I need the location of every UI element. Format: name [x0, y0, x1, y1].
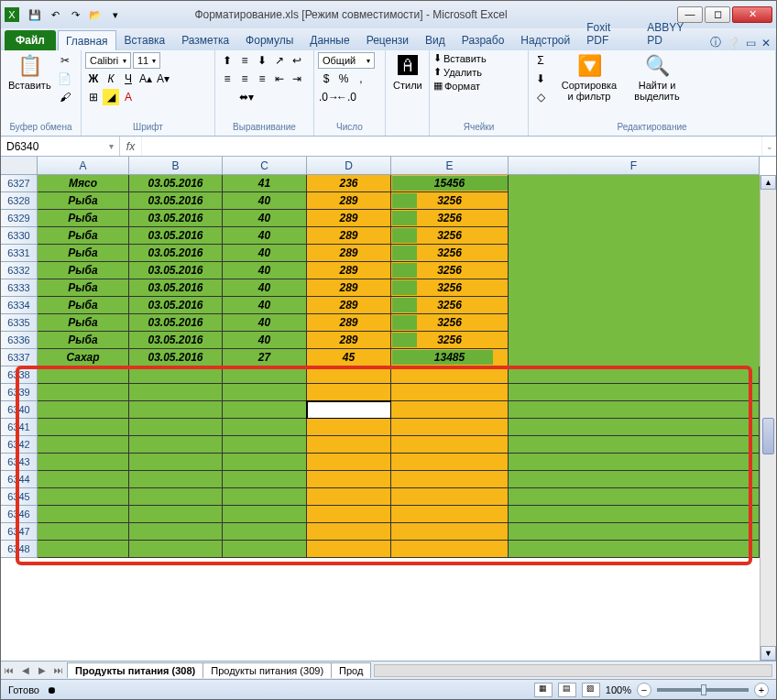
zoom-in-button[interactable]: +: [754, 683, 769, 697]
row-header[interactable]: 6342: [1, 436, 38, 454]
cut-icon[interactable]: ✂: [57, 52, 73, 69]
decrease-decimal-icon[interactable]: ←.0: [335, 89, 352, 105]
row-header[interactable]: 6337: [1, 349, 38, 366]
cell[interactable]: Рыба: [38, 245, 129, 262]
cell[interactable]: 03.05.2016: [129, 332, 223, 349]
cell[interactable]: Рыба: [38, 279, 129, 297]
view-pagebreak-icon[interactable]: ▨: [582, 683, 600, 697]
cell[interactable]: 3256: [391, 192, 509, 210]
cell[interactable]: [509, 332, 760, 349]
cell[interactable]: [509, 401, 760, 419]
cell[interactable]: 13485: [391, 349, 509, 366]
cell[interactable]: [307, 401, 391, 419]
tab-view[interactable]: Вид: [417, 29, 454, 50]
cell[interactable]: 03.05.2016: [129, 227, 223, 245]
cell[interactable]: [509, 175, 760, 192]
delete-cells-button[interactable]: ⬆Удалить: [433, 66, 482, 78]
tab-review[interactable]: Рецензи: [358, 29, 417, 50]
cell[interactable]: 03.05.2016: [129, 175, 223, 192]
autosum-icon[interactable]: Σ: [532, 52, 549, 69]
align-left-icon[interactable]: ≡: [219, 71, 235, 87]
align-center-icon[interactable]: ≡: [236, 71, 253, 87]
cell[interactable]: [223, 523, 307, 541]
name-box[interactable]: D6340▾: [1, 137, 120, 156]
cell[interactable]: [391, 419, 509, 436]
bold-button[interactable]: Ж: [85, 71, 102, 87]
sheet-nav-prev-icon[interactable]: ◀: [17, 665, 34, 675]
cell[interactable]: [223, 384, 307, 401]
cell[interactable]: 03.05.2016: [129, 245, 223, 262]
cell[interactable]: [38, 436, 129, 454]
cell[interactable]: 289: [307, 227, 391, 245]
cell[interactable]: 3256: [391, 227, 509, 245]
row-header[interactable]: 6338: [1, 366, 38, 384]
cell[interactable]: 40: [223, 192, 307, 210]
cell[interactable]: [391, 471, 509, 488]
qat-save-icon[interactable]: 💾: [27, 6, 43, 23]
cell[interactable]: [391, 506, 509, 523]
cell[interactable]: 289: [307, 210, 391, 227]
tab-insert[interactable]: Вставка: [116, 29, 174, 50]
cell[interactable]: [307, 471, 391, 488]
cell[interactable]: 289: [307, 262, 391, 279]
fill-color-button[interactable]: ◢: [103, 89, 119, 105]
zoom-out-button[interactable]: −: [637, 683, 651, 697]
cell[interactable]: [509, 279, 760, 297]
cell[interactable]: 03.05.2016: [129, 314, 223, 332]
cell[interactable]: Мясо: [38, 175, 129, 192]
row-header[interactable]: 6329: [1, 210, 38, 227]
format-painter-icon[interactable]: 🖌: [57, 89, 73, 105]
cell[interactable]: [223, 506, 307, 523]
row-header[interactable]: 6330: [1, 227, 38, 245]
tab-data[interactable]: Данные: [301, 29, 357, 50]
fill-icon[interactable]: ⬇: [532, 71, 549, 87]
row-header[interactable]: 6340: [1, 401, 38, 419]
cell[interactable]: 45: [307, 349, 391, 366]
merge-button[interactable]: ⬌▾: [219, 89, 274, 105]
row-header[interactable]: 6331: [1, 245, 38, 262]
ribbon-minimize-icon[interactable]: ⓘ: [710, 35, 721, 50]
cell[interactable]: 3256: [391, 297, 509, 314]
cell[interactable]: 03.05.2016: [129, 192, 223, 210]
cell[interactable]: [509, 210, 760, 227]
cell[interactable]: [223, 401, 307, 419]
horizontal-scrollbar[interactable]: [374, 664, 772, 677]
cell[interactable]: [391, 454, 509, 471]
italic-button[interactable]: К: [103, 71, 119, 87]
row-header[interactable]: 6343: [1, 454, 38, 471]
orientation-icon[interactable]: ↗: [271, 52, 288, 69]
format-cells-button[interactable]: ▦Формат: [433, 80, 480, 92]
cell[interactable]: [509, 245, 760, 262]
sheet-nav-last-icon[interactable]: ⏭: [50, 665, 67, 675]
cell[interactable]: [38, 384, 129, 401]
row-header[interactable]: 6346: [1, 506, 38, 523]
formula-expand-icon[interactable]: ⌄: [761, 137, 776, 156]
cell[interactable]: [38, 488, 129, 506]
cell[interactable]: 03.05.2016: [129, 349, 223, 366]
row-header[interactable]: 6334: [1, 297, 38, 314]
align-middle-icon[interactable]: ≡: [236, 52, 253, 69]
row-header[interactable]: 6341: [1, 419, 38, 436]
font-color-button[interactable]: A: [120, 89, 137, 105]
cell[interactable]: [223, 541, 307, 558]
row-header[interactable]: 6336: [1, 332, 38, 349]
cell[interactable]: [129, 384, 223, 401]
row-header[interactable]: 6347: [1, 523, 38, 541]
qat-redo-icon[interactable]: ↷: [67, 6, 83, 23]
cell[interactable]: [391, 523, 509, 541]
cell[interactable]: [129, 506, 223, 523]
comma-icon[interactable]: ,: [353, 71, 369, 87]
cell[interactable]: 03.05.2016: [129, 262, 223, 279]
cell[interactable]: [129, 541, 223, 558]
cell[interactable]: Рыба: [38, 314, 129, 332]
cell[interactable]: 289: [307, 314, 391, 332]
cell[interactable]: [509, 506, 760, 523]
cell[interactable]: [307, 488, 391, 506]
cell[interactable]: 03.05.2016: [129, 279, 223, 297]
cell[interactable]: [38, 506, 129, 523]
percent-icon[interactable]: %: [335, 71, 352, 87]
font-name-combo[interactable]: Calibri▾: [85, 52, 131, 69]
cell[interactable]: 40: [223, 262, 307, 279]
cell[interactable]: [223, 488, 307, 506]
tab-developer[interactable]: Разрабо: [454, 29, 513, 50]
